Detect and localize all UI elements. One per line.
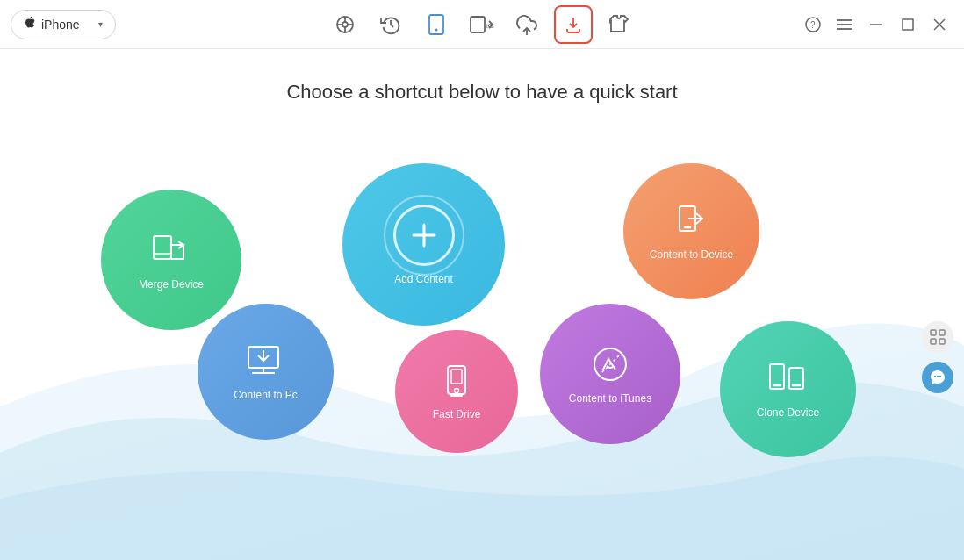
merge-device-button[interactable]: Merge Device [101, 190, 241, 330]
nav-cloud-button[interactable] [508, 5, 547, 44]
svg-point-34 [455, 389, 459, 393]
svg-rect-45 [939, 339, 945, 344]
device-selector[interactable]: iPhone ▾ [11, 10, 116, 39]
content-to-pc-label: Content to Pc [234, 389, 298, 401]
svg-line-37 [601, 355, 619, 373]
grid-view-button[interactable] [922, 321, 953, 353]
merge-device-label: Merge Device [139, 278, 204, 291]
minimize-button[interactable] [862, 11, 890, 39]
add-content-ring [393, 205, 455, 266]
titlebar-nav: iOS [326, 5, 638, 44]
content-to-device-icon [673, 203, 711, 241]
nav-download-button[interactable] [554, 5, 593, 44]
titlebar: iPhone ▾ [0, 0, 964, 49]
nav-toolkit-button[interactable] [600, 5, 638, 44]
svg-point-48 [939, 376, 941, 377]
svg-point-47 [937, 376, 939, 377]
nav-history-button[interactable] [371, 5, 410, 44]
svg-rect-8 [471, 17, 485, 32]
grid-icon [930, 329, 946, 345]
svg-rect-44 [931, 339, 936, 344]
clone-device-label: Clone Device [757, 406, 819, 419]
svg-rect-6 [429, 15, 443, 34]
nav-music-button[interactable] [326, 5, 364, 44]
content-to-device-label: Content to Device [650, 248, 733, 261]
svg-rect-18 [903, 19, 913, 30]
main-content: Choose a shortcut below to have a quick … [0, 49, 964, 560]
svg-rect-21 [154, 236, 171, 259]
svg-rect-33 [451, 370, 462, 384]
circles-container: Merge Device Add Content Content to Devi… [0, 137, 964, 560]
fast-drive-icon [439, 363, 474, 401]
chat-button[interactable] [922, 362, 953, 393]
chat-icon [929, 369, 946, 386]
device-name-label: iPhone [41, 18, 93, 32]
content-to-itunes-icon [589, 343, 631, 385]
fast-drive-button[interactable]: Fast Drive [395, 330, 518, 453]
menu-button[interactable] [831, 11, 859, 39]
svg-point-46 [934, 376, 936, 377]
help-button[interactable]: ? [799, 11, 827, 39]
titlebar-left: iPhone ▾ [11, 10, 116, 39]
content-to-itunes-label: Content to iTunes [569, 392, 651, 405]
svg-point-1 [342, 22, 348, 27]
nav-ios-button[interactable]: iOS [463, 5, 501, 44]
svg-rect-32 [448, 366, 465, 394]
fast-drive-label: Fast Drive [433, 408, 481, 420]
svg-rect-43 [939, 330, 945, 335]
merge-device-icon [150, 229, 192, 271]
page-title: Choose a shortcut below to have a quick … [0, 49, 964, 104]
content-to-itunes-button[interactable]: Content to iTunes [540, 304, 680, 444]
apple-logo-icon [24, 16, 36, 33]
titlebar-right: ? [799, 11, 953, 39]
clone-device-icon [766, 361, 810, 399]
nav-phone-button[interactable] [417, 5, 456, 44]
add-content-icon [408, 219, 440, 251]
svg-rect-42 [931, 330, 936, 335]
content-to-pc-button[interactable]: Content to Pc [198, 304, 334, 440]
content-to-pc-icon [245, 343, 287, 382]
close-button[interactable] [925, 11, 953, 39]
content-to-device-button[interactable]: Content to Device [623, 163, 759, 299]
chevron-down-icon: ▾ [98, 19, 103, 29]
maximize-button[interactable] [894, 11, 922, 39]
add-content-button[interactable]: Add Content [342, 163, 505, 326]
svg-text:?: ? [810, 20, 816, 30]
clone-device-button[interactable]: Clone Device [720, 321, 856, 457]
